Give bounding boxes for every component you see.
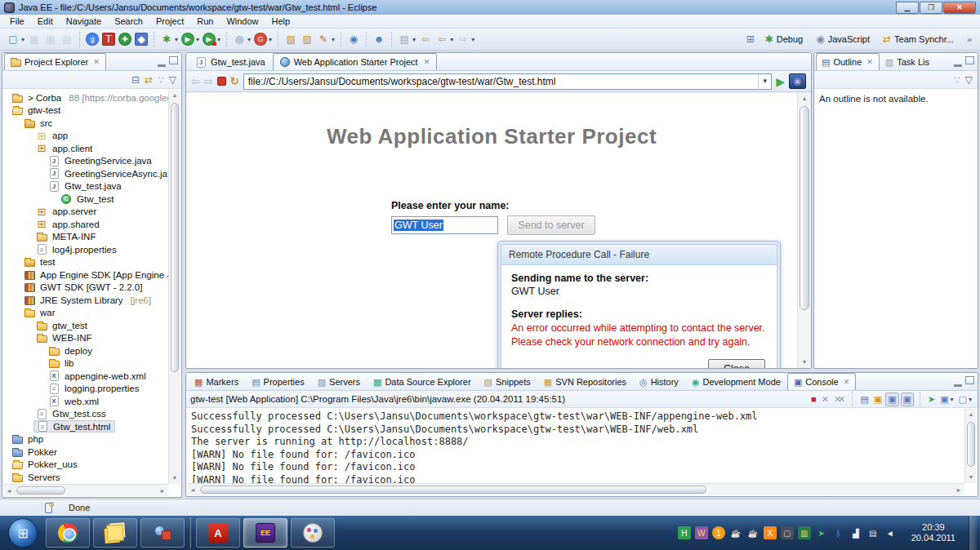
tree-item-deploy[interactable]: deploy — [3, 344, 168, 357]
tab-snippets[interactable]: ▨Snippets — [478, 373, 537, 390]
tree-item-app-engine-sdk-app-engine-[interactable]: App Engine SDK [App Engine - — [3, 268, 168, 282]
dropdown-arrow-icon[interactable]: ▾ — [332, 36, 335, 43]
browser-refresh-icon[interactable]: ↻ — [230, 75, 239, 87]
tree-item-war[interactable]: war — [3, 307, 168, 320]
toolbar-overflow-icon[interactable]: » — [967, 34, 972, 44]
taskbar-app-adobe-reader[interactable]: A — [196, 518, 240, 548]
tab-task-lis[interactable]: ▥Task Lis — [880, 53, 936, 70]
dropdown-arrow-icon[interactable]: ▾ — [412, 36, 416, 43]
scroll-left-icon[interactable]: ◄ — [3, 485, 15, 496]
show-desktop-button[interactable] — [969, 516, 977, 550]
tree-vertical-scrollbar[interactable]: ▲ ▼ — [168, 90, 180, 484]
perspective-team-synchr-[interactable]: ⇄Team Synchr... — [878, 32, 959, 47]
close-icon[interactable]: ✕ — [866, 58, 873, 66]
open-console-icon[interactable]: ▢▾ — [957, 393, 973, 406]
send-to-server-button[interactable]: Send to server — [507, 215, 595, 235]
tab-console[interactable]: ▣Console✕ — [787, 373, 856, 390]
taskbar-clock[interactable]: 20:39 20.04.2011 — [905, 522, 962, 543]
scroll-up-icon[interactable]: ▲ — [169, 90, 180, 101]
scroll-down-icon[interactable]: ▼ — [169, 472, 180, 484]
search-icon[interactable]: ✎▾ — [316, 32, 336, 47]
browser-back-icon[interactable]: ⇦ — [191, 75, 200, 87]
start-button[interactable]: ⊞ — [8, 518, 38, 548]
view-dropdown-icon[interactable]: ▽ — [965, 74, 973, 86]
menu-run[interactable]: Run — [190, 16, 220, 27]
dropdown-arrow-icon[interactable]: ▾ — [951, 396, 954, 403]
scroll-left-icon[interactable]: ◄ — [187, 484, 198, 495]
tree-item-appengine-web-xml[interactable]: Xappengine-web.xml — [3, 370, 168, 383]
menu-window[interactable]: Window — [220, 16, 265, 27]
scroll-lock-icon[interactable]: ▣ — [872, 393, 884, 406]
terminate-icon[interactable]: ■ — [809, 393, 818, 405]
new-wizard-icon[interactable]: ▢▾ — [6, 32, 25, 47]
external-browser-icon[interactable]: ◉ — [789, 73, 806, 89]
console-horizontal-scrollbar[interactable]: ◄ ► — [187, 483, 964, 495]
run-icon[interactable]: ▶▾ — [180, 32, 200, 47]
tab-history[interactable]: ◎History — [633, 373, 685, 390]
clear-console-icon[interactable]: ▤ — [858, 393, 870, 406]
display-console-icon[interactable]: ▣▾ — [938, 393, 955, 406]
scrollbar-thumb[interactable] — [171, 103, 179, 372]
tab-svn-repositories[interactable]: ▦SVN Repositories — [537, 373, 633, 390]
tree-item-pokker-uus[interactable]: Pokker_uus — [3, 459, 168, 472]
gwt-compile-icon[interactable]: G▾ — [253, 32, 273, 47]
show-stdout-icon[interactable]: ▣ — [885, 393, 898, 406]
volume-icon[interactable]: ◄ — [884, 526, 897, 539]
minimize-button[interactable]: ▁ — [896, 2, 919, 14]
perspective-javascript[interactable]: ◉JavaScript — [811, 32, 875, 47]
editor-tab-gtw-test-java[interactable]: JGtw_test.java — [188, 53, 273, 70]
maximize-view-icon[interactable] — [965, 376, 974, 384]
tree-item-test[interactable]: test — [3, 256, 168, 269]
tree-item-gtw-test-java[interactable]: JGtw_test.java — [3, 180, 168, 193]
scrollbar-thumb[interactable] — [16, 486, 65, 495]
bluetooth-icon[interactable]: ᛒ — [832, 526, 845, 539]
view-menu-icon[interactable]: ∵ — [158, 74, 164, 86]
scroll-right-icon[interactable]: ► — [953, 484, 964, 495]
tree-item-gtw-test[interactable]: CGtw_test — [3, 193, 168, 206]
tree-item-gtw-test[interactable]: gtw-test — [3, 104, 168, 118]
close-icon[interactable]: ✕ — [93, 58, 100, 66]
java-update-icon[interactable]: ☕ — [729, 526, 742, 539]
perspective-debug[interactable]: ✱Debug — [760, 32, 808, 47]
tab-data-source-explorer[interactable]: ▩Data Source Explorer — [367, 373, 478, 390]
tree-item-meta-inf[interactable]: META-INF — [3, 231, 168, 244]
web-browser-icon[interactable]: ◉ — [346, 32, 361, 47]
view-menu-icon[interactable]: ∵ — [954, 74, 960, 86]
open-perspective-icon[interactable]: ⊞ — [744, 33, 757, 46]
debug-icon[interactable]: ✱▾ — [159, 32, 179, 47]
updater-icon[interactable]: ➤ — [815, 526, 828, 539]
taskbar-app-eclipse[interactable]: EE — [243, 518, 287, 548]
dropdown-arrow-icon[interactable]: ▾ — [175, 36, 178, 43]
tree-item-servers[interactable]: Servers — [3, 471, 168, 484]
xampp-icon[interactable]: X — [764, 526, 777, 539]
open-type-icon[interactable]: ▨ — [300, 32, 314, 47]
annotation-nav-icon[interactable]: ▤▾ — [397, 32, 416, 47]
maximize-view-icon[interactable] — [169, 56, 178, 64]
dropdown-arrow-icon[interactable]: ▾ — [196, 36, 199, 43]
scroll-right-icon[interactable]: ► — [157, 485, 168, 496]
remove-launch-icon[interactable]: ✕ — [820, 393, 831, 406]
close-button[interactable]: ✕ — [943, 2, 976, 14]
page-vertical-scrollbar[interactable]: ▲ ▼ — [797, 93, 811, 368]
back-history-icon[interactable]: ⇦ — [418, 32, 433, 47]
taskbar-app-paint[interactable] — [291, 518, 335, 548]
console-vertical-scrollbar[interactable]: ▲ ▼ — [964, 409, 977, 483]
google-services-icon[interactable]: g — [85, 32, 100, 47]
menu-edit[interactable]: Edit — [31, 16, 60, 27]
profile-icon[interactable]: ☻ — [372, 32, 386, 47]
maximize-view-icon[interactable] — [965, 56, 974, 64]
dropdown-arrow-icon[interactable]: ▾ — [217, 36, 220, 43]
menu-navigate[interactable]: Navigate — [60, 16, 108, 27]
menu-project[interactable]: Project — [149, 16, 190, 27]
menu-file[interactable]: File — [3, 16, 31, 27]
tree-item-jre-system-library[interactable]: JRE System Library[jre6] — [3, 294, 168, 307]
close-icon[interactable]: ✕ — [844, 378, 850, 386]
minimize-view-icon[interactable] — [954, 379, 962, 387]
url-dropdown-icon[interactable]: ▼ — [758, 74, 771, 89]
editor-tab-web-application-starter-project[interactable]: Web Application Starter Project✕ — [273, 53, 438, 70]
tree-item-src[interactable]: src — [3, 117, 168, 130]
tree-item-app-server[interactable]: ⊞app.server — [3, 206, 168, 219]
dialog-close-button[interactable]: Close — [708, 359, 765, 368]
currency-icon[interactable]: 1 — [712, 526, 725, 539]
scrollbar-thumb[interactable] — [800, 106, 809, 310]
